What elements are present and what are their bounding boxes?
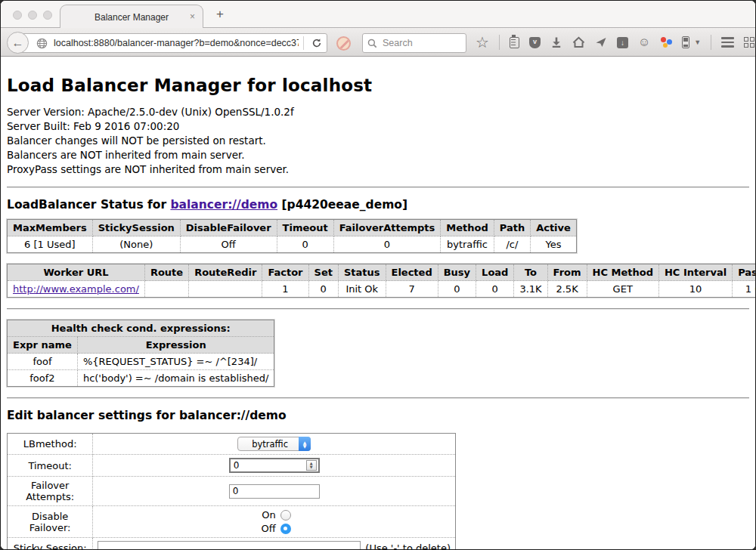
col-active: Active — [531, 220, 577, 236]
globe-icon — [36, 38, 48, 49]
addon-dropdown-caret-icon[interactable]: ▼ — [694, 39, 701, 46]
downloads-icon[interactable] — [550, 36, 562, 48]
balancer-demo-link[interactable]: balancer://demo — [170, 198, 277, 212]
failover-attempts-label: Failover Attempts: — [8, 477, 93, 506]
cell-expr-name: foof2 — [8, 370, 78, 387]
tab-title: Balancer Manager — [94, 12, 169, 23]
cell-method: bytraffic — [441, 236, 494, 253]
select-stepper-icon: ▲▼ — [299, 437, 311, 451]
url-separator — [303, 36, 304, 50]
worker-row: http://www.example.com/ 1 0 Init Ok 7 0 … — [8, 281, 756, 298]
back-button[interactable]: ← — [7, 32, 29, 54]
tab-balancer-manager[interactable]: Balancer Manager × — [60, 5, 203, 29]
cell-hc-interval: 10 — [658, 281, 732, 298]
pocket-icon[interactable]: v — [529, 37, 541, 48]
cell-disablefailover: Off — [180, 236, 277, 253]
cell-elected: 7 — [386, 281, 438, 298]
col-busy: Busy — [438, 264, 476, 281]
lbmethod-select[interactable]: bytraffic ▲▼ — [237, 437, 311, 451]
home-icon[interactable] — [572, 36, 585, 48]
disable-failover-label: Disable Failover: — [8, 506, 93, 538]
download-helper-addon-icon[interactable]: ↓ — [617, 37, 628, 48]
col-expr-name: Expr name — [8, 337, 78, 354]
reading-list-icon[interactable] — [510, 37, 519, 48]
col-stickysession: StickySession — [92, 220, 180, 236]
disable-failover-row: Disable Failover: On Off — [8, 506, 456, 538]
cell-path: /c/ — [494, 236, 530, 253]
col-elected: Elected — [386, 264, 438, 281]
divider — [7, 397, 749, 399]
cell-load: 0 — [476, 281, 514, 298]
expr-row: foof %{REQUEST_STATUS} =~ /^[234]/ — [8, 354, 274, 370]
cell-stickysession: (None) — [92, 236, 180, 253]
reload-icon — [311, 38, 322, 48]
col-from: From — [547, 264, 587, 281]
search-input[interactable] — [381, 37, 461, 49]
feedback-smiley-icon[interactable]: ☺ — [638, 36, 650, 48]
cell-maxmembers: 6 [1 Used] — [8, 236, 93, 253]
lbmethod-selected-value: bytraffic — [238, 439, 299, 450]
sticky-session-input[interactable] — [98, 541, 361, 550]
radio-on[interactable] — [280, 510, 291, 521]
zoom-window-button[interactable] — [43, 11, 52, 20]
table-header-row: Expr name Expression — [8, 337, 274, 354]
col-failoverattempts: FailoverAttempts — [333, 220, 441, 236]
colorful-dots-addon-icon[interactable] — [660, 36, 672, 48]
battery-addon-icon[interactable] — [682, 36, 689, 48]
proxypass-notice-line: ProxyPass settings are NOT inherited fro… — [7, 162, 749, 177]
col-hc-method: HC Method — [587, 264, 658, 281]
col-disablefailover: DisableFailover — [180, 220, 277, 236]
close-window-button[interactable] — [13, 11, 22, 20]
worker-url-link[interactable]: http://www.example.com/ — [13, 283, 139, 295]
lbmethod-cell: bytraffic ▲▼ — [93, 434, 456, 455]
new-tab-button[interactable]: + — [216, 7, 224, 22]
worker-table: Worker URL Route RouteRedir Factor Set S… — [7, 264, 755, 298]
url-bar[interactable] — [17, 33, 327, 53]
url-input[interactable] — [52, 37, 300, 49]
health-check-table: Health check cond. expressions: Expr nam… — [7, 320, 274, 387]
cell-expression: hc('body') =~ /domain is established/ — [77, 370, 274, 387]
cell-active: Yes — [531, 236, 577, 253]
col-to: To — [514, 264, 547, 281]
col-expression: Expression — [77, 337, 274, 354]
divider — [7, 308, 749, 310]
menu-icon[interactable] — [721, 37, 734, 48]
number-spinner-icon[interactable]: ▲▼ — [306, 460, 317, 471]
disable-failover-cell: On Off — [93, 506, 456, 538]
server-built-line: Server Built: Feb 9 2016 07:00:20 — [7, 119, 749, 134]
tab-bar: Balancer Manager × + — [1, 1, 755, 28]
cell-timeout: 0 — [277, 236, 333, 253]
radio-off[interactable] — [280, 524, 291, 534]
edit-settings-heading: Edit balancer settings for balancer://de… — [7, 409, 749, 422]
back-arrow-icon: ← — [12, 36, 24, 50]
send-plane-icon[interactable] — [595, 36, 607, 48]
reload-button[interactable] — [307, 38, 327, 48]
table-title-row: Health check cond. expressions: — [8, 320, 274, 337]
divider — [7, 187, 749, 188]
timeout-label: Timeout: — [8, 455, 93, 477]
search-icon — [367, 39, 377, 48]
balancers-notice-line: Balancers are NOT inherited from main se… — [7, 148, 749, 162]
minimize-window-button[interactable] — [28, 11, 37, 20]
grid-addon-icon[interactable] — [744, 37, 754, 48]
expr-row: foof2 hc('body') =~ /domain is establish… — [8, 370, 274, 387]
sticky-delete-hint: (Use '-' to delete) — [365, 542, 451, 550]
col-worker-url: Worker URL — [8, 264, 145, 281]
col-hc-interval: HC Interval — [658, 264, 732, 281]
tab-close-icon[interactable]: × — [190, 11, 195, 22]
server-version-line: Server Version: Apache/2.5.0-dev (Unix) … — [7, 105, 749, 119]
col-factor: Factor — [262, 264, 308, 281]
timeout-cell: ▲▼ — [93, 455, 456, 477]
radio-on-label: On — [258, 509, 276, 521]
failover-attempts-input[interactable] — [229, 484, 320, 499]
persist-notice-line: Balancer changes will NOT be persisted o… — [7, 134, 749, 148]
adblock-disabled-icon[interactable] — [336, 36, 351, 51]
col-routeredir: RouteRedir — [189, 264, 262, 281]
table-row: 6 [1 Used] (None) Off 0 0 bytraffic /c/ … — [8, 236, 577, 253]
cell-expression: %{REQUEST_STATUS} =~ /^[234]/ — [77, 354, 274, 370]
cell-passes: 1 (0) — [733, 281, 755, 298]
search-bar[interactable] — [362, 33, 466, 53]
cell-expr-name: foof — [8, 354, 78, 370]
bookmark-star-icon[interactable]: ☆ — [476, 35, 489, 50]
cell-status: Init Ok — [338, 281, 386, 298]
